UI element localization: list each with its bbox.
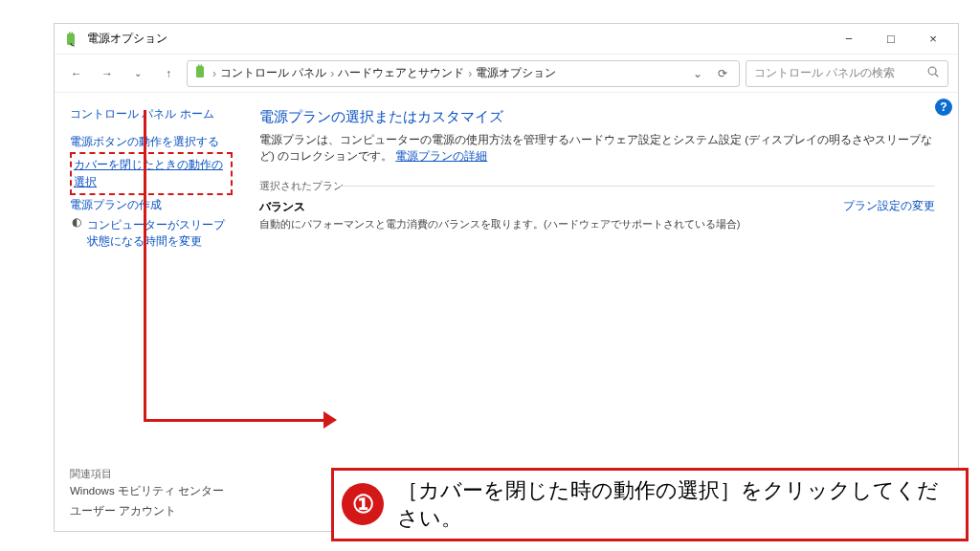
annotation-step-number: ① [342,483,384,525]
address-bar: ← → ⌄ ↑ › コントロール パネル › ハードウェアとサウンド › 電源オ… [55,55,958,93]
see-also-header: 関連項目 [70,450,233,481]
app-icon [64,32,79,47]
breadcrumb-field[interactable]: › コントロール パネル › ハードウェアとサウンド › 電源オプション ⌄ ⟳ [187,60,740,87]
page-heading: 電源プランの選択またはカスタマイズ [259,108,935,126]
search-icon [926,65,940,81]
desc-text: 電源プランは、コンピューターの電源の使用方法を管理するハードウェア設定とシステム… [259,134,932,162]
content-body: コントロール パネル ホーム 電源ボタンの動作を選択する カバーを閉じたときの動… [55,93,958,531]
svg-rect-3 [196,66,204,77]
breadcrumb-item[interactable]: ハードウェアとサウンド [338,65,464,81]
selected-plan-group-label: 選択されたプラン [259,179,935,193]
help-icon[interactable]: ? [935,99,952,116]
chevron-down-icon[interactable]: ⌄ [687,67,708,80]
change-plan-settings-link[interactable]: プラン設定の変更 [843,199,935,213]
sidebar-link-create-plan[interactable]: 電源プランの作成 [70,195,233,215]
chevron-right-icon: › [468,67,472,80]
annotation-highlight-box: カバーを閉じたときの動作の選択 [70,152,233,195]
search-placeholder: コントロール パネルの検索 [754,65,895,81]
main-panel: ? 電源プランの選択またはカスタマイズ 電源プランは、コンピューターの電源の使用… [238,93,958,531]
svg-rect-5 [201,65,203,67]
chevron-right-icon: › [212,67,216,80]
see-also-mobility[interactable]: Windows モビリティ センター [70,481,233,501]
forward-button[interactable]: → [95,61,120,86]
window-title: 電源オプション [87,31,167,47]
close-button[interactable]: × [912,25,954,54]
annotation-arrow-head [323,411,337,429]
svg-rect-2 [72,32,74,33]
recent-locations-button[interactable]: ⌄ [125,61,150,86]
breadcrumb-item[interactable]: 電源オプション [476,65,556,81]
folder-icon [193,64,209,82]
annotation-callout: ① ［カバーを閉じた時の動作の選択］をクリックしてください。 [331,468,969,541]
plan-description: 自動的にパフォーマンスと電力消費のバランスを取ります。(ハードウェアでサポートさ… [259,217,828,231]
maximize-button[interactable]: □ [870,25,912,54]
up-button[interactable]: ↑ [156,61,181,86]
annotation-text: ［カバーを閉じた時の動作の選択］をクリックしてください。 [397,476,956,533]
chevron-right-icon: › [330,67,334,80]
svg-rect-1 [69,32,71,33]
search-input[interactable]: コントロール パネルの検索 [746,60,948,87]
moon-icon: ◐ [70,215,83,229]
titlebar: 電源オプション − □ × [55,24,958,55]
annotation-arrow-line [144,110,146,421]
breadcrumb-item[interactable]: コントロール パネル [220,65,326,81]
sidebar: コントロール パネル ホーム 電源ボタンの動作を選択する カバーを閉じたときの動… [55,93,238,531]
sidebar-link-power-button[interactable]: 電源ボタンの動作を選択する [70,132,233,152]
plan-details-link[interactable]: 電源プランの詳細 [395,150,487,162]
annotation-arrow-elbow [144,419,333,422]
refresh-icon[interactable]: ⟳ [712,67,733,80]
page-description: 電源プランは、コンピューターの電源の使用方法を管理するハードウェア設定とシステム… [259,132,935,165]
see-also-user-accounts[interactable]: ユーザー アカウント [70,501,233,521]
sidebar-link-lid-close[interactable]: カバーを閉じたときの動作の選択 [74,155,229,192]
window-frame: 電源オプション − □ × ← → ⌄ ↑ › コントロール パネル › ハード… [54,23,959,532]
plan-row: バランス 自動的にパフォーマンスと電力消費のバランスを取ります。(ハードウェアで… [259,199,935,231]
minimize-button[interactable]: − [828,25,870,54]
svg-point-6 [928,67,936,75]
svg-rect-4 [198,65,200,67]
sidebar-link-sleep-time[interactable]: コンピューターがスリープ状態になる時間を変更 [87,215,233,253]
svg-line-7 [935,74,938,77]
control-panel-home-link[interactable]: コントロール パネル ホーム [70,106,233,122]
plan-name: バランス [259,199,828,215]
back-button[interactable]: ← [64,61,89,86]
